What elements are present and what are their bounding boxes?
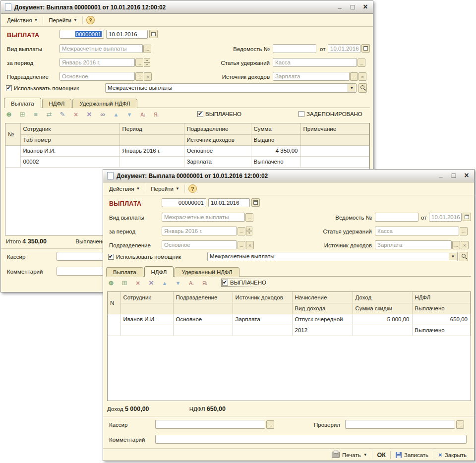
doc-number-field[interactable]: 00000001 [162, 198, 206, 207]
table-row[interactable]: 1 Иванов И.И. Январь 2016 г. Основное 4 … [5, 145, 369, 156]
menu-actions[interactable]: Действия▼ [105, 185, 144, 193]
reviewer-field[interactable] [345, 420, 455, 429]
cell-empty[interactable] [300, 156, 369, 167]
source-field[interactable]: Зарплата [273, 72, 350, 81]
title-bar[interactable]: Документ: Выплата 00000001 от 10.01.2016… [1, 1, 373, 14]
row-number-cell[interactable]: 1 [108, 314, 120, 336]
assistant-checkbox[interactable]: Использовать помощник [108, 254, 181, 260]
cell-employee[interactable]: Иванов И.И. [20, 145, 119, 156]
ellipsis-button[interactable]: ... [143, 45, 151, 53]
ellipsis-button[interactable]: ... [460, 227, 468, 235]
tab-ndfl[interactable]: НДФЛ [42, 99, 72, 108]
assistant-checkbox[interactable]: Использовать помощник [6, 85, 79, 91]
sheet-date-field[interactable]: 10.01.2016 [328, 44, 360, 53]
checkbox-checked-icon[interactable] [222, 280, 228, 286]
cell-empty[interactable] [353, 325, 412, 336]
paid-checkbox[interactable]: ВЫПЛАЧЕНО [197, 111, 241, 117]
cell-income[interactable]: 5 000,00 [353, 314, 412, 325]
copy-row-icon[interactable] [18, 111, 26, 118]
minimize-icon[interactable] [437, 173, 444, 179]
kind-field[interactable]: Межрасчетные выплаты [162, 213, 245, 222]
clear-icon[interactable]: × [358, 72, 366, 81]
clear-icon[interactable]: × [461, 241, 469, 249]
cell-division[interactable]: Основное [184, 145, 251, 156]
swap-rows-icon[interactable] [45, 111, 53, 118]
ndfl-table[interactable]: N Сотрудник Подразделение Источник доход… [107, 291, 471, 401]
deduction-field[interactable]: Касса [273, 58, 357, 67]
cell-division[interactable]: Основное [173, 314, 233, 325]
maximize-icon[interactable] [349, 3, 356, 11]
period-field[interactable]: Январь 2016 г. [60, 58, 135, 67]
ellipsis-button[interactable]: ... [357, 58, 365, 67]
cell-ndfl[interactable]: 650,00 [412, 314, 471, 325]
table-row2[interactable]: 00002 Зарплата Выплачено [5, 156, 369, 167]
cell-income-kind[interactable]: 2012 [292, 325, 353, 336]
print-button[interactable]: Печать ▼ [328, 450, 371, 460]
deduction-field[interactable]: Касса [375, 227, 459, 235]
clear-icon[interactable]: × [144, 72, 152, 81]
division-field[interactable]: Основное [162, 240, 237, 249]
search-icon[interactable] [358, 83, 367, 93]
assistant-combo[interactable]: Межрасчетные выплаты ▼ [207, 252, 458, 261]
close-icon[interactable] [362, 3, 369, 11]
close-button[interactable]: × Закрыть [435, 450, 470, 460]
cell-empty[interactable] [173, 325, 233, 336]
cell-tab-number[interactable]: 00002 [20, 156, 119, 167]
division-field[interactable]: Основное [60, 72, 135, 81]
cell-income-source[interactable]: Зарплата [233, 314, 292, 325]
period-field[interactable]: Январь 2016 г. [162, 227, 237, 235]
combo-dropdown-icon[interactable]: ▼ [449, 253, 457, 260]
table-row2[interactable]: 2012 Выплачено [108, 325, 471, 336]
ellipsis-button[interactable]: ... [135, 72, 143, 81]
period-spinner[interactable]: ▲▼ [144, 58, 150, 67]
help-icon[interactable]: ? [188, 184, 197, 193]
cell-empty[interactable] [119, 156, 184, 167]
ellipsis-button[interactable]: ... [135, 58, 143, 67]
cell-paid-status[interactable]: Выплачено [412, 325, 471, 336]
source-field[interactable]: Зарплата [375, 240, 452, 249]
menu-goto[interactable]: Перейти▼ [45, 16, 81, 24]
menu-actions[interactable]: Действия▼ [3, 16, 42, 24]
checkbox-checked-icon[interactable] [197, 111, 203, 117]
clear-icon[interactable]: × [246, 241, 254, 249]
cell-employee[interactable]: Иванов И.И. [120, 314, 173, 325]
edit-row-icon[interactable] [59, 111, 66, 118]
clear-rows-icon[interactable] [85, 111, 93, 119]
cell-sum[interactable]: 4 350,00 [251, 145, 300, 156]
calendar-icon[interactable] [251, 198, 260, 207]
move-up-icon[interactable] [112, 111, 120, 118]
copy-row-icon[interactable] [120, 279, 128, 287]
delete-row-icon[interactable] [72, 111, 80, 119]
tab-withheld-ndfl[interactable]: Удержанный НДФЛ [175, 267, 239, 277]
cell-empty[interactable] [120, 325, 173, 336]
row-number-cell[interactable]: 1 [5, 145, 20, 167]
cell-period[interactable]: Январь 2016 г. [119, 145, 184, 156]
clear-rows-icon[interactable] [147, 279, 155, 288]
checkbox-checked-icon[interactable] [6, 85, 12, 91]
cell-note[interactable] [300, 145, 369, 156]
edit-list-icon[interactable] [32, 111, 40, 118]
add-row-icon[interactable] [107, 279, 115, 287]
move-down-icon[interactable] [125, 111, 133, 118]
sheet-number-field[interactable] [375, 213, 418, 222]
sort-desc-icon[interactable] [201, 279, 209, 288]
tab-withheld-ndfl[interactable]: Удержанный НДФЛ [72, 99, 137, 108]
maximize-icon[interactable] [450, 172, 457, 179]
cell-income-source[interactable]: Зарплата [184, 156, 251, 167]
paid-checkbox[interactable]: ВЫПЛАЧЕНО [222, 280, 266, 286]
cell-paid-status[interactable]: Выплачено [251, 156, 300, 167]
checkbox-checked-icon[interactable] [108, 254, 114, 260]
assistant-combo[interactable]: Межрасчетные выплаты ▼ [105, 83, 357, 93]
tab-payment[interactable]: Выплата [106, 267, 143, 277]
combo-dropdown-icon[interactable]: ▼ [348, 84, 356, 92]
title-bar[interactable]: Документ: Выплата 00000001 от 10.01.2016… [103, 170, 474, 182]
ellipsis-button[interactable]: ... [266, 420, 274, 429]
search-icon[interactable] [460, 252, 468, 261]
spin-down-icon[interactable]: ▼ [144, 62, 150, 67]
help-icon[interactable]: ? [86, 16, 95, 24]
table-row[interactable]: 1 Иванов И.И. Основное Зарплата Отпуск о… [108, 314, 471, 325]
ellipsis-button[interactable]: ... [456, 420, 464, 429]
ellipsis-button[interactable]: ... [238, 227, 245, 235]
comment-field[interactable] [155, 435, 467, 444]
calendar-icon[interactable] [149, 30, 158, 38]
